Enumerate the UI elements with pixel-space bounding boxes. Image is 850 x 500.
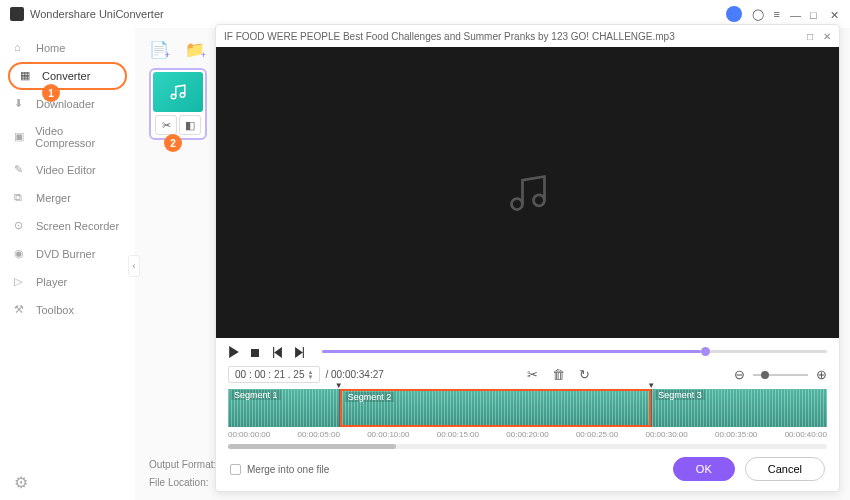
cut-button[interactable]: ✂ [527, 367, 538, 382]
headset-icon[interactable]: ◯ [752, 8, 764, 21]
app-title: Wondershare UniConverter [30, 8, 164, 20]
download-icon: ⬇ [14, 97, 28, 111]
menu-icon[interactable]: ≡ [774, 8, 780, 20]
merge-checkbox[interactable] [230, 464, 241, 475]
zoom-in-button[interactable]: ⊕ [816, 367, 827, 382]
delete-button[interactable]: 🗑 [552, 367, 565, 382]
time-current-input[interactable]: 00 : 00 : 21 . 25▲▼ [228, 366, 320, 383]
sidebar-item-merger[interactable]: ⧉Merger [0, 184, 135, 212]
reset-button[interactable]: ↻ [579, 367, 590, 382]
video-preview [216, 47, 839, 338]
zoom-slider[interactable] [753, 374, 808, 376]
sidebar-item-converter[interactable]: ▦Converter 1 [8, 62, 127, 90]
segment-label: Segment 1 [231, 390, 281, 400]
dvd-icon: ◉ [14, 247, 28, 261]
svg-point-1 [180, 93, 185, 98]
svg-point-0 [171, 94, 176, 99]
timeline[interactable]: Segment 1 Segment 2 Segment 3 00:00:00:0… [216, 389, 839, 451]
svg-rect-4 [251, 349, 259, 357]
svg-point-3 [533, 194, 544, 205]
sidebar-item-dvd[interactable]: ◉DVD Burner [0, 240, 135, 268]
next-button[interactable] [294, 344, 308, 358]
sidebar-item-recorder[interactable]: ⊙Screen Recorder [0, 212, 135, 240]
segment-3[interactable]: Segment 3 [652, 389, 827, 427]
sidebar-item-compressor[interactable]: ▣Video Compressor [0, 118, 135, 156]
file-location-label: File Location: [149, 474, 208, 492]
play-button[interactable] [228, 344, 242, 358]
thumbnail-image [153, 72, 203, 112]
sidebar-label: Home [36, 42, 65, 54]
sidebar-item-toolbox[interactable]: ⚒Toolbox [0, 296, 135, 324]
progress-bar[interactable] [322, 350, 827, 353]
converter-icon: ▦ [20, 69, 34, 83]
settings-icon[interactable]: ⚙ [14, 473, 28, 492]
segment-1[interactable]: Segment 1 [228, 389, 339, 427]
file-thumbnail[interactable]: ✂ 2 ◧ [149, 68, 207, 140]
editor-maximize-icon[interactable]: □ [807, 31, 813, 42]
sidebar-label: Merger [36, 192, 71, 204]
record-icon: ⊙ [14, 219, 28, 233]
user-avatar[interactable] [726, 6, 742, 22]
sidebar-label: Player [36, 276, 67, 288]
tools-icon: ⚒ [14, 303, 28, 317]
sidebar-item-downloader[interactable]: ⬇Downloader [0, 90, 135, 118]
collapse-sidebar-button[interactable]: ‹ [128, 255, 140, 277]
compress-icon: ▣ [14, 130, 27, 144]
prev-button[interactable] [272, 344, 286, 358]
edit-icon: ✎ [14, 163, 28, 177]
segment-label: Segment 2 [345, 392, 395, 402]
sidebar-label: Screen Recorder [36, 220, 119, 232]
segment-label: Segment 3 [655, 390, 705, 400]
trim-button[interactable]: ✂ 2 [155, 115, 177, 135]
sidebar-label: Video Compressor [35, 125, 121, 149]
segment-2[interactable]: Segment 2 [340, 389, 651, 427]
timeline-ticks: 00:00:00:0000:00:05:0000:00:10:0000:00:1… [228, 427, 827, 442]
tutorial-badge-2: 2 [164, 134, 182, 152]
merge-icon: ⧉ [14, 191, 28, 205]
sidebar-item-player[interactable]: ▷Player [0, 268, 135, 296]
music-note-icon [506, 171, 550, 215]
time-stepper[interactable]: ▲▼ [308, 370, 314, 380]
time-total: / 00:00:34:27 [325, 369, 383, 380]
minimize-icon[interactable]: — [790, 9, 800, 19]
timeline-scrollbar[interactable] [228, 444, 827, 449]
close-icon[interactable]: ✕ [830, 9, 840, 19]
play-icon: ▷ [14, 275, 28, 289]
merge-label: Merge into one file [247, 464, 329, 475]
editor-close-icon[interactable]: ✕ [823, 31, 831, 42]
sidebar-label: Video Editor [36, 164, 96, 176]
music-note-icon [169, 83, 187, 101]
editor-filename: IF FOOD WERE PEOPLE Best Food Challenges… [224, 31, 675, 42]
sidebar: ⌂Home ▦Converter 1 ⬇Downloader ▣Video Co… [0, 28, 135, 500]
merge-option[interactable]: Merge into one file [230, 464, 329, 475]
zoom-out-button[interactable]: ⊖ [734, 367, 745, 382]
output-format-label: Output Format: [149, 456, 216, 474]
sidebar-label: Toolbox [36, 304, 74, 316]
sidebar-label: Downloader [36, 98, 95, 110]
add-folder-button[interactable]: 📁+ [185, 40, 203, 58]
app-logo-icon [10, 7, 24, 21]
sidebar-label: Converter [42, 70, 90, 82]
stop-button[interactable] [250, 344, 264, 358]
sidebar-item-editor[interactable]: ✎Video Editor [0, 156, 135, 184]
trim-editor-window: IF FOOD WERE PEOPLE Best Food Challenges… [215, 24, 840, 492]
home-icon: ⌂ [14, 41, 28, 55]
crop-button[interactable]: ◧ [179, 115, 201, 135]
ok-button[interactable]: OK [673, 457, 735, 481]
svg-point-2 [511, 198, 522, 209]
sidebar-label: DVD Burner [36, 248, 95, 260]
maximize-icon[interactable]: □ [810, 9, 820, 19]
add-file-button[interactable]: 📄+ [149, 40, 167, 58]
cancel-button[interactable]: Cancel [745, 457, 825, 481]
sidebar-item-home[interactable]: ⌂Home [0, 34, 135, 62]
